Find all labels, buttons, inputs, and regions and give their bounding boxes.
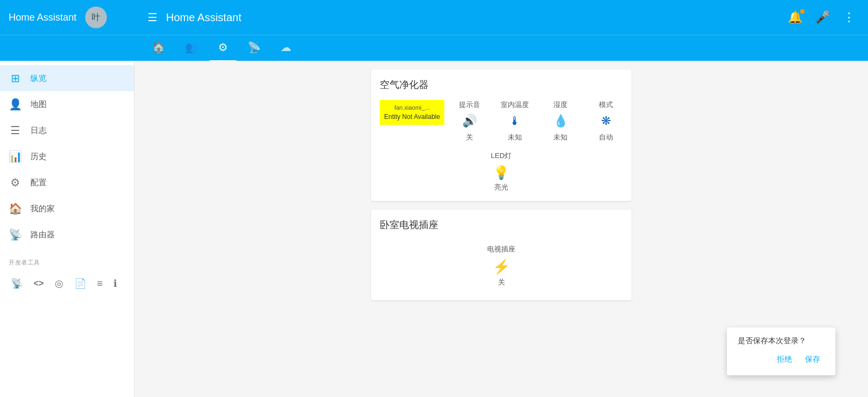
sidebar-item-home[interactable]: 🏠 我的家: [0, 196, 134, 222]
toolbar: 🏠 👥 ⚙ 📡 ☁: [0, 35, 868, 61]
sidebar-label-log: 日志: [30, 125, 47, 136]
header-main: ☰ Home Assistant: [143, 8, 783, 27]
app-title: Home Assistant: [9, 12, 76, 23]
notification-badge: [800, 9, 805, 14]
save-login-text: 是否保存本次登录？: [738, 336, 825, 346]
dev-icon-code[interactable]: <>: [29, 274, 48, 293]
app-logo: Home Assistant: [9, 12, 76, 23]
sidebar-label-overview: 纵览: [30, 73, 47, 84]
sound-icon[interactable]: 🔊: [462, 114, 477, 128]
tab-network[interactable]: 📡: [239, 34, 270, 62]
led-value: 亮光: [494, 182, 508, 192]
dev-icon-broadcast[interactable]: 📡: [7, 273, 27, 294]
entity-name: fan.xiaomi_...: [384, 104, 440, 111]
led-label: LED灯: [491, 151, 512, 161]
log-icon: ☰: [9, 124, 22, 137]
sidebar-label-config: 配置: [30, 178, 47, 188]
notification-button[interactable]: 🔔: [783, 7, 807, 28]
sidebar-item-log[interactable]: ☰ 日志: [0, 117, 134, 143]
purifier-attributes: 提示音 🔊 关 室内温度 🌡 未知 湿度 💧 未知: [453, 100, 623, 142]
more-button[interactable]: ⋮: [839, 7, 859, 28]
mic-icon: 🎤: [815, 10, 830, 24]
attr-temp: 室内温度 🌡 未知: [499, 100, 531, 142]
sound-label: 提示音: [459, 100, 480, 110]
led-icon[interactable]: 💡: [493, 165, 509, 180]
sidebar-label-home: 我的家: [30, 204, 55, 214]
sidebar-item-history[interactable]: 📊 历史: [0, 143, 134, 169]
led-section: LED灯 💡 亮光: [380, 151, 623, 192]
app-header: Home Assistant 叶 ☰ Home Assistant 🔔 🎤 ⋮: [0, 0, 868, 35]
attr-humidity: 湿度 💧 未知: [544, 100, 577, 142]
tv-socket-body: 电视插座 ⚡ 关: [371, 236, 631, 300]
mode-value: 自动: [599, 133, 613, 142]
sidebar-label-map: 地图: [30, 99, 47, 110]
dev-tools-section-title: 开发者工具: [0, 252, 134, 269]
header-left: Home Assistant 叶: [9, 7, 143, 28]
sidebar: ⊞ 纵览 👤 地图 ☰ 日志 📊 历史 ⚙ 配置 🏠 我的家: [0, 61, 135, 397]
reject-button[interactable]: 拒绝: [773, 352, 796, 367]
humidity-value: 未知: [553, 133, 567, 142]
socket-label: 电视插座: [487, 244, 515, 254]
purifier-grid: fan.xiaomi_... Entity Not Available 提示音 …: [380, 100, 623, 142]
sidebar-item-map[interactable]: 👤 地图: [0, 91, 134, 117]
tab-home[interactable]: 🏠: [143, 34, 174, 62]
menu-button[interactable]: ☰: [143, 8, 162, 27]
dev-icon-circle[interactable]: ◎: [50, 273, 68, 294]
tab-settings[interactable]: ⚙: [209, 34, 237, 62]
mic-button[interactable]: 🎤: [811, 7, 834, 28]
temp-value: 未知: [508, 133, 522, 142]
socket-section: 电视插座 ⚡ 关: [380, 240, 623, 292]
router-icon: 📡: [9, 228, 22, 241]
sound-value: 关: [466, 133, 473, 142]
dev-icon-info[interactable]: ℹ: [109, 273, 122, 294]
purifier-entity[interactable]: fan.xiaomi_... Entity Not Available: [380, 100, 444, 125]
overview-icon: ⊞: [9, 72, 22, 85]
sidebar-nav: ⊞ 纵览 👤 地图 ☰ 日志 📊 历史 ⚙ 配置 🏠 我的家: [0, 61, 134, 252]
dev-icon-list[interactable]: ≡: [93, 274, 107, 294]
sidebar-item-config[interactable]: ⚙ 配置: [0, 169, 134, 196]
user-avatar[interactable]: 叶: [85, 7, 107, 28]
header-title: Home Assistant: [166, 11, 241, 24]
dev-tools-icons: 📡 <> ◎ 📄 ≡ ℹ: [0, 269, 134, 298]
save-button[interactable]: 保存: [801, 352, 825, 367]
socket-icon[interactable]: ⚡: [493, 259, 510, 275]
humidity-label: 湿度: [553, 100, 567, 110]
temp-icon[interactable]: 🌡: [509, 114, 521, 128]
attr-mode: 模式 ❋ 自动: [590, 100, 622, 142]
humidity-icon[interactable]: 💧: [553, 114, 568, 128]
config-icon: ⚙: [9, 176, 22, 189]
tv-socket-card: 卧室电视插座 电视插座 ⚡ 关: [371, 210, 631, 300]
history-icon: 📊: [9, 150, 22, 163]
mode-icon[interactable]: ❋: [601, 114, 611, 128]
air-purifier-card: 空气净化器 fan.xiaomi_... Entity Not Availabl…: [371, 70, 631, 201]
home-icon: 🏠: [9, 202, 22, 215]
attr-sound: 提示音 🔊 关: [453, 100, 486, 142]
header-icons: 🔔 🎤 ⋮: [783, 7, 859, 28]
sidebar-label-router: 路由器: [30, 230, 55, 240]
sidebar-label-history: 历史: [30, 152, 47, 162]
map-icon: 👤: [9, 98, 22, 111]
tab-people[interactable]: 👥: [176, 34, 207, 62]
dev-icon-doc[interactable]: 📄: [70, 273, 91, 294]
more-icon: ⋮: [843, 10, 855, 24]
sidebar-item-overview[interactable]: ⊞ 纵览: [0, 65, 134, 91]
tab-cloud[interactable]: ☁: [272, 34, 300, 62]
socket-value: 关: [498, 278, 505, 287]
tv-socket-title: 卧室电视插座: [371, 210, 631, 236]
air-purifier-body: fan.xiaomi_... Entity Not Available 提示音 …: [371, 96, 631, 201]
sidebar-item-router[interactable]: 📡 路由器: [0, 222, 134, 248]
temp-label: 室内温度: [501, 100, 529, 110]
air-purifier-title: 空气净化器: [371, 70, 631, 96]
mode-label: 模式: [599, 100, 613, 110]
entity-status: Entity Not Available: [384, 113, 440, 121]
save-login-popup: 是否保存本次登录？ 拒绝 保存: [727, 327, 835, 375]
save-login-buttons: 拒绝 保存: [738, 352, 825, 367]
